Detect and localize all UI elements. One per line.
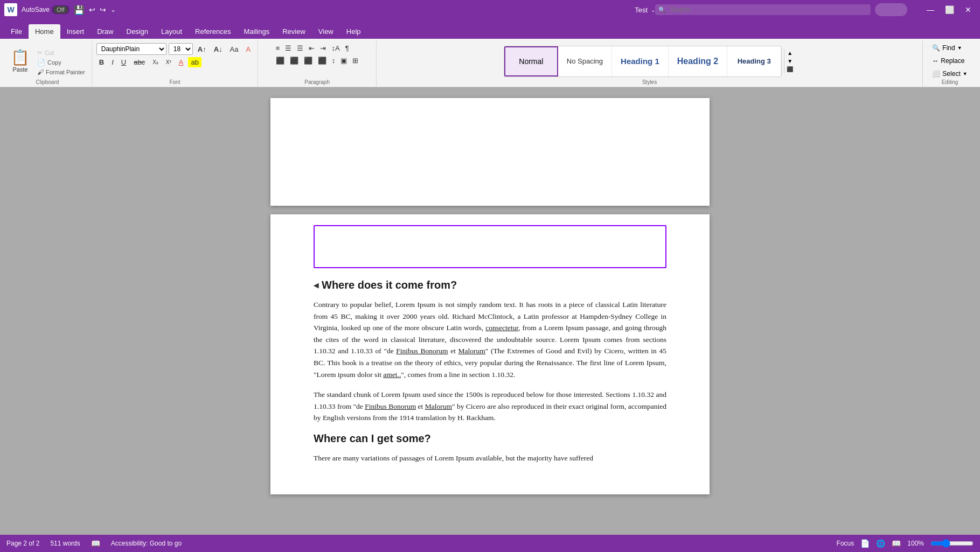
print-layout-icon[interactable]: 📄 (860, 539, 870, 548)
paste-button[interactable]: 📋 Paste (8, 48, 33, 75)
replace-button[interactable]: ↔ Replace (930, 56, 967, 66)
format-painter-label: Format Painter (46, 69, 85, 75)
align-center-button[interactable]: ⬛ (288, 55, 301, 66)
heading-where-get-text: Where can I get some? (314, 432, 431, 445)
copy-icon: 📄 (37, 59, 45, 66)
quick-access-more[interactable]: ⌄ (110, 6, 116, 13)
style-no-spacing[interactable]: No Spacing (558, 46, 612, 76)
page-1 (270, 98, 710, 206)
editing-content: 🔍 Find ▼ ↔ Replace ⬜ Select ▼ (930, 41, 969, 79)
multilevel-button[interactable]: ☰ (295, 43, 305, 53)
styles-gallery: Normal No Spacing Heading 1 Heading 2 He… (504, 46, 782, 77)
copy-button[interactable]: 📄 Copy (35, 58, 87, 67)
bullets-button[interactable]: ≡ (274, 43, 282, 53)
focus-button[interactable]: Focus (837, 540, 854, 547)
subscript-button[interactable]: X₂ (150, 58, 161, 66)
increase-indent-button[interactable]: ⇥ (318, 43, 328, 53)
style-heading1[interactable]: Heading 1 (612, 46, 669, 76)
copy-label: Copy (47, 59, 61, 66)
italic-button[interactable]: I (109, 57, 116, 67)
cut-button[interactable]: ✂ Cut (35, 48, 87, 57)
page-2[interactable]: ◀ Where does it come from? Contrary to p… (270, 214, 710, 494)
align-left-button[interactable]: ⬛ (274, 55, 287, 66)
cut-icon: ✂ (37, 49, 43, 57)
styles-more[interactable]: ⬛ (784, 65, 795, 73)
align-right-button[interactable]: ⬛ (302, 55, 315, 66)
highlight-button[interactable]: ab (188, 57, 201, 67)
close-button[interactable]: ✕ (961, 4, 976, 15)
tab-home[interactable]: Home (29, 24, 60, 39)
replace-label: Replace (941, 57, 964, 65)
title-bar-right: — ⬜ ✕ (655, 3, 976, 16)
proofing-icon: 📖 (91, 539, 100, 548)
paste-icon: 📋 (11, 50, 30, 65)
select-dropdown-icon[interactable]: ▼ (963, 71, 968, 76)
select-label: Select (942, 70, 960, 78)
font-size-select[interactable]: 18 (169, 43, 193, 55)
style-no-spacing-text: No Spacing (567, 57, 603, 65)
accessibility-status: Accessibility: Good to go (111, 540, 182, 547)
save-button[interactable]: 💾 (74, 5, 85, 15)
line-spacing-button[interactable]: ↕ (330, 55, 338, 66)
style-normal[interactable]: Normal (504, 46, 558, 76)
tab-layout[interactable]: Layout (155, 24, 189, 39)
underline-button[interactable]: U (119, 57, 129, 67)
styles-scroll-down[interactable]: ▼ (784, 57, 795, 65)
ribbon: 📋 Paste ✂ Cut 📄 Copy 🖌 Format Painter Cl… (0, 39, 980, 87)
autosave-toggle[interactable]: Off (52, 5, 69, 14)
restore-button[interactable]: ⬜ (941, 4, 958, 15)
borders-button[interactable]: ⊞ (350, 55, 360, 66)
tab-help[interactable]: Help (340, 24, 367, 39)
font-color-button[interactable]: A (176, 57, 186, 67)
web-layout-icon[interactable]: 🌐 (876, 539, 885, 548)
tab-draw[interactable]: Draw (91, 24, 120, 39)
decrease-indent-button[interactable]: ⇤ (307, 43, 317, 53)
malorum-link-2: Malorum (425, 402, 452, 410)
tab-file[interactable]: File (4, 24, 29, 39)
search-wrap (655, 4, 871, 15)
tab-references[interactable]: References (189, 24, 237, 39)
select-button[interactable]: ⬜ Select ▼ (930, 69, 969, 79)
word-count: 511 words (50, 540, 80, 547)
font-name-select[interactable]: DauphinPlain (96, 43, 166, 55)
redo-button[interactable]: ↪ (100, 5, 106, 14)
title-search-input[interactable] (655, 4, 871, 15)
cut-label: Cut (45, 50, 54, 56)
paste-label: Paste (12, 66, 27, 73)
find-icon: 🔍 (932, 44, 940, 52)
superscript-button[interactable]: X² (163, 58, 174, 66)
tab-review[interactable]: Review (276, 24, 312, 39)
document-name-dropdown[interactable]: ⌄ (651, 7, 655, 13)
font-case-button[interactable]: Aa (227, 44, 241, 54)
finibus-link-2: Finibus Bonorum (365, 402, 416, 410)
strikethrough-button[interactable]: abc (131, 57, 148, 67)
profile-area[interactable] (875, 3, 907, 16)
purple-selection-box (314, 225, 666, 268)
show-hide-button[interactable]: ¶ (343, 43, 351, 53)
font-grow-button[interactable]: A↑ (195, 44, 209, 54)
para-row1: ≡ ☰ ☰ ⇤ ⇥ ↕A ¶ (274, 43, 351, 53)
tab-insert[interactable]: Insert (60, 24, 91, 39)
style-heading2[interactable]: Heading 2 (669, 46, 727, 76)
find-button[interactable]: 🔍 Find ▼ (930, 43, 964, 53)
shading-button[interactable]: ▣ (338, 55, 349, 66)
tab-mailings[interactable]: Mailings (238, 24, 276, 39)
font-clear-button[interactable]: A (243, 44, 253, 54)
tab-view[interactable]: View (312, 24, 340, 39)
numbering-button[interactable]: ☰ (283, 43, 294, 53)
justify-button[interactable]: ⬛ (316, 55, 329, 66)
undo-button[interactable]: ↩ (89, 5, 95, 14)
read-mode-icon[interactable]: 📖 (892, 539, 901, 548)
font-content: DauphinPlain 18 A↑ A↓ Aa A B I U abc X₂ … (96, 41, 253, 79)
zoom-slider[interactable] (930, 539, 974, 548)
clipboard-right: ✂ Cut 📄 Copy 🖌 Format Painter (35, 46, 87, 76)
sort-button[interactable]: ↕A (329, 43, 342, 53)
style-heading3[interactable]: Heading 3 (727, 46, 781, 76)
font-shrink-button[interactable]: A↓ (211, 44, 225, 54)
minimize-button[interactable]: — (922, 4, 939, 15)
format-painter-button[interactable]: 🖌 Format Painter (35, 68, 87, 76)
find-dropdown-icon[interactable]: ▼ (957, 45, 962, 51)
styles-scroll-up[interactable]: ▲ (784, 49, 795, 57)
bold-button[interactable]: B (96, 57, 107, 67)
tab-design[interactable]: Design (120, 24, 155, 39)
